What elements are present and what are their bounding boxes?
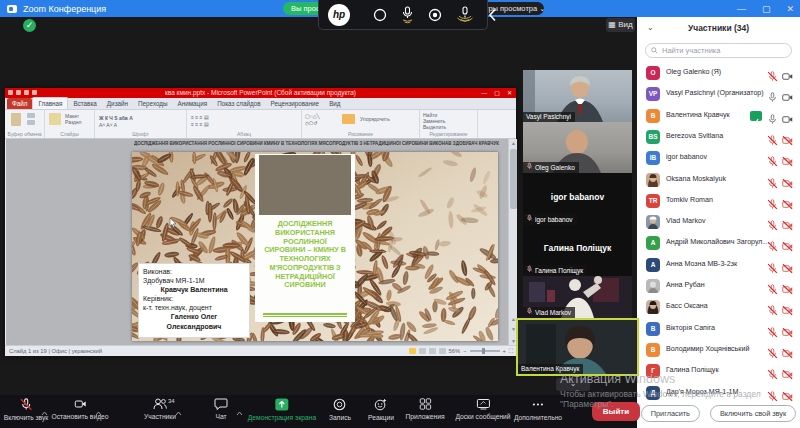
avatar — [646, 300, 660, 314]
credits-line: Кравчук Валентина — [143, 285, 245, 294]
mic-status-icon — [767, 281, 778, 292]
minimize-button[interactable]: — — [737, 4, 746, 14]
slideshow-view-button[interactable] — [439, 348, 446, 354]
toolbar-reactions[interactable]: Реакции — [368, 398, 394, 421]
ribbon-group-2[interactable]: Ж К Ч S абв АA˄ A˅ AШрифт — [95, 110, 187, 138]
toolbar-chat[interactable]: Чат — [215, 398, 228, 420]
video-tile-vlad-markov[interactable]: Vlad Markov — [523, 276, 632, 318]
mic-ring-icon — [455, 6, 475, 24]
participant-row[interactable]: ДДар'я Мороз МЯ-1-1М — [637, 383, 800, 404]
credits-line: Керівник: — [143, 294, 245, 303]
reading-view-button[interactable] — [429, 348, 436, 354]
toolbar-apps[interactable]: Приложения — [405, 398, 444, 420]
toolbar-more[interactable]: Дополнительно — [514, 398, 562, 421]
video-tile-vasyl-pasichnyi[interactable]: Vasyl Pasichnyi — [523, 70, 632, 122]
filmstrip-collapse-button[interactable]: ⌄ — [556, 378, 590, 391]
ribbon-group-1[interactable]: МакетРазделСлайды — [45, 110, 95, 138]
slide-title-column: ДОСЛІДЖЕННЯ ВИКОРИСТАННЯ РОСЛИННОЇ СИРОВ… — [255, 154, 355, 322]
toolbar-people[interactable]: 34Участники — [144, 398, 176, 420]
ppt-tab-0[interactable]: Файл — [7, 98, 32, 109]
ribbon: Буфер обменаМакетРазделСлайдыЖ К Ч S абв… — [5, 110, 516, 139]
chevron-left-icon[interactable] — [488, 8, 497, 22]
powerpoint-window: ква кмин.pptx - Microsoft PowerPoint (Сб… — [5, 88, 516, 356]
ppt-close-button[interactable]: ✕ — [507, 88, 512, 98]
mic-status-icon — [767, 238, 778, 249]
mic-status-icon — [767, 132, 778, 143]
fit-window-button[interactable]: ⛶ — [509, 346, 513, 356]
ppt-tab-3[interactable]: Дизайн — [102, 98, 133, 109]
quick-access-toolbar[interactable] — [8, 90, 37, 95]
participant-row[interactable]: OOleg Galenko (Я) — [637, 63, 800, 84]
avatar: B — [646, 109, 660, 123]
video-tile-oleg-galenko[interactable]: Oleg Galenko — [523, 122, 632, 173]
mic-status-icon — [767, 175, 778, 186]
close-button[interactable]: ✕ — [786, 4, 794, 14]
maximize-button[interactable]: ▢ — [762, 4, 771, 14]
participant-row[interactable]: TRTomkiv Roman — [637, 191, 800, 212]
avatar: Д — [646, 386, 660, 400]
ribbon-group-0[interactable]: Буфер обмена — [5, 110, 45, 138]
ribbon-group-5[interactable]: НайтиЗаменитьВыделитьРедактирование — [420, 110, 478, 138]
ppt-tab-7[interactable]: Рецензирование — [266, 98, 325, 109]
video-tile-валентина-кравчук[interactable]: Валентина Кравчук — [518, 320, 637, 374]
leave-button[interactable]: Выйти — [592, 402, 640, 421]
mic-status-icon — [767, 366, 778, 377]
ppt-minimize-button[interactable]: — — [481, 88, 487, 98]
avatar: O — [646, 66, 660, 80]
hp-audio-osd: hp — [318, 0, 488, 30]
zoom-slider[interactable] — [470, 350, 500, 352]
participant-row[interactable]: BSBerezova Svitlana — [637, 127, 800, 148]
caret-icon[interactable] — [175, 402, 182, 420]
participant-row[interactable]: VPVasyl Pasichnyi (Организатор) — [637, 84, 800, 105]
hp-logo: hp — [328, 4, 350, 26]
ribbon-group-4[interactable]: ▢○△╲◇⬠↺УпорядочитьРисование — [302, 110, 420, 138]
ppt-tab-2[interactable]: Вставка — [68, 98, 101, 109]
participant-row[interactable]: Oksana Moskalyuk — [637, 170, 800, 191]
camera-status-icon — [782, 281, 793, 292]
participant-row[interactable]: IBigor babanov — [637, 148, 800, 169]
caret-icon[interactable] — [41, 402, 48, 420]
ppt-tab-5[interactable]: Анимация — [173, 98, 213, 109]
toolbar-whiteboard[interactable]: Доски сообщений — [455, 398, 510, 420]
window-title: Zoom Конференция — [23, 4, 106, 14]
slide-scrollbar[interactable]: ▲ ▲ ▼ ▼ — [508, 139, 517, 345]
caret-icon[interactable] — [236, 402, 243, 420]
participant-row[interactable]: AАнна Мозна МВ-3-2зк — [637, 255, 800, 276]
participant-row[interactable]: Басс Оксана — [637, 297, 800, 318]
ppt-tab-6[interactable]: Показ слайдов — [212, 98, 265, 109]
sorter-view-button[interactable] — [419, 348, 426, 354]
powerpoint-statusbar: Слайд 1 из 19 | Офис | украинский 56% − … — [5, 345, 516, 356]
caret-icon[interactable] — [95, 402, 102, 420]
avatar: TR — [646, 194, 660, 208]
encryption-shield-icon: ✓ — [23, 19, 36, 32]
toolbar-record[interactable]: Запись — [329, 398, 351, 421]
ppt-maximize-button[interactable]: ▢ — [494, 88, 500, 98]
search-participant-input[interactable]: Найти участника — [645, 43, 792, 58]
normal-view-button[interactable] — [409, 348, 416, 354]
participant-row[interactable]: Анна Рубан — [637, 276, 800, 297]
participant-row[interactable]: BВалентина Кравчук — [637, 106, 800, 127]
ribbon-group-3[interactable]: ≡ ≡ ≡ ▤≡ ≡ ≡ ▤Абзац — [187, 110, 302, 138]
avatar: B — [646, 322, 660, 336]
participant-row[interactable]: BВолодимир Хоцянівський — [637, 340, 800, 361]
ppt-tab-4[interactable]: Переходы — [133, 98, 173, 109]
participant-row[interactable]: ГГалина Поліщук — [637, 361, 800, 382]
video-tile-igor-babanov[interactable]: igor babanovigor babanov — [523, 173, 632, 225]
ppt-tab-1[interactable]: Главная — [32, 97, 68, 109]
camera-status-icon — [782, 132, 793, 143]
invite-button[interactable]: Пригласить — [641, 405, 700, 422]
participant-row[interactable]: Vlad Markov — [637, 212, 800, 233]
zoom-out-button[interactable]: − — [463, 346, 466, 356]
video-tile-галина-поліщук[interactable]: Галина ПоліщукГалина Поліщук — [523, 225, 632, 276]
unmute-button[interactable]: Включить свой звук — [710, 405, 796, 422]
ppt-tab-8[interactable]: Вид — [324, 98, 345, 109]
mouse-cursor — [170, 218, 177, 228]
toolbar-share[interactable]: Демонстрация экрана — [248, 398, 316, 421]
view-button[interactable]: ▦ Вид — [606, 18, 635, 32]
circle-dot-icon — [428, 8, 442, 22]
participant-row[interactable]: BВікторія Сапіга — [637, 319, 800, 340]
participant-row[interactable]: AАндрій Миколайович Загоруль... — [637, 233, 800, 254]
zoom-in-button[interactable]: + — [503, 346, 506, 356]
credits-line: к-т. техн.наук, доцент — [143, 303, 245, 312]
camera-status-icon — [782, 238, 793, 249]
